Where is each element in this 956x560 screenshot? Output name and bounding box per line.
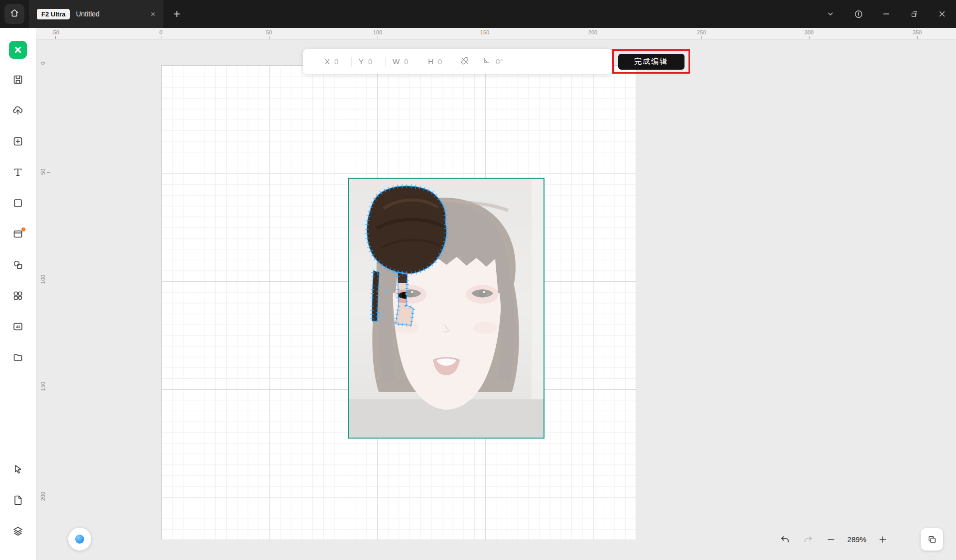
- ruler-label: 50: [40, 165, 46, 179]
- ruler-vertical: 0 50 100 150 200: [38, 40, 51, 560]
- xcs-logo[interactable]: [7, 39, 29, 61]
- zoom-out-button[interactable]: [820, 529, 841, 550]
- aspect-lock-button[interactable]: [455, 56, 475, 67]
- plus-icon: [878, 535, 888, 545]
- ruler-label: 250: [697, 29, 706, 35]
- ruler-label: 0: [40, 56, 46, 70]
- chevron-down-icon[interactable]: [817, 0, 844, 28]
- material-panel-button[interactable]: [7, 224, 29, 246]
- ruler-label: 50: [266, 29, 272, 35]
- minimize-button[interactable]: [872, 0, 900, 28]
- copy-icon: [927, 535, 937, 545]
- ruler-label: 0: [159, 29, 162, 35]
- y-label: Y: [359, 57, 364, 66]
- ruler-label: 350: [913, 29, 922, 35]
- ruler-label: 300: [805, 29, 814, 35]
- document-button[interactable]: [7, 490, 29, 512]
- open-file-button[interactable]: [7, 70, 29, 92]
- height-field[interactable]: H 0: [421, 57, 455, 66]
- close-window-button[interactable]: [928, 0, 956, 28]
- grid-apps-icon: [12, 290, 24, 304]
- ruler-label: 100: [373, 29, 382, 35]
- ruler-label: 100: [40, 272, 46, 286]
- notification-dot: [21, 227, 25, 231]
- ruler-horizontal: -50 0 50 100 150 200 250 300 350: [0, 28, 956, 40]
- height-value: 0: [438, 57, 448, 66]
- home-icon: [9, 8, 19, 20]
- document-icon: [12, 494, 24, 508]
- width-field[interactable]: W 0: [386, 57, 421, 66]
- portrait-image: [349, 179, 544, 438]
- tab-title: Untitled: [76, 10, 144, 18]
- layers-icon: [12, 525, 24, 539]
- cloud-upload-icon: [12, 105, 24, 118]
- text-tool-button[interactable]: [7, 162, 29, 184]
- shape-tool-button[interactable]: [7, 193, 29, 215]
- new-tab-button[interactable]: +: [173, 8, 180, 20]
- vector-shapes-button[interactable]: [7, 255, 29, 277]
- ruler-label: 200: [40, 489, 46, 503]
- angle-icon: [482, 56, 491, 67]
- home-button[interactable]: [4, 4, 24, 24]
- assistant-button[interactable]: [68, 528, 91, 551]
- transform-toolbar: X 0 Y 0 W 0 H 0 0°: [303, 49, 612, 74]
- x-label: X: [325, 57, 330, 66]
- zoom-level[interactable]: 289%: [843, 535, 870, 544]
- save-icon: [12, 74, 24, 88]
- y-position-field[interactable]: Y 0: [352, 57, 385, 66]
- square-shape-icon: [12, 197, 24, 211]
- zoom-in-button[interactable]: [872, 529, 893, 550]
- ruler-label: 150: [480, 29, 489, 35]
- ruler-label: 150: [40, 379, 46, 393]
- link-off-icon: [460, 56, 470, 67]
- duplicate-button[interactable]: [921, 528, 943, 551]
- rotation-value: 0°: [496, 57, 506, 66]
- selected-image[interactable]: [348, 178, 545, 439]
- minus-icon: [826, 535, 836, 545]
- tool-sidebar: AI: [0, 28, 36, 560]
- x-position-field[interactable]: X 0: [318, 57, 351, 66]
- document-tab[interactable]: F2 Ultra Untitled ×: [29, 0, 163, 28]
- ruler-label: 200: [588, 29, 597, 35]
- apps-button[interactable]: [7, 286, 29, 308]
- finish-editing-button[interactable]: 完成编辑: [618, 54, 684, 70]
- folder-icon: [12, 351, 24, 365]
- text-icon: [12, 166, 24, 180]
- layers-button[interactable]: [7, 521, 29, 543]
- overlapping-shapes-icon: [12, 259, 24, 273]
- redo-icon: [803, 534, 814, 545]
- smart-select-button[interactable]: [7, 459, 29, 481]
- xcs-logo-icon: [9, 41, 27, 59]
- titlebar: F2 Ultra Untitled × +: [0, 0, 956, 28]
- svg-text:AI: AI: [16, 325, 20, 329]
- insert-element-button[interactable]: [7, 131, 29, 153]
- undo-button[interactable]: [775, 529, 796, 550]
- undo-icon: [780, 534, 791, 545]
- ruler-label: -50: [51, 29, 59, 35]
- redo-button[interactable]: [798, 529, 819, 550]
- rotation-field[interactable]: 0°: [475, 56, 513, 67]
- zoom-controls: 289%: [775, 528, 893, 551]
- cursor-icon: [12, 463, 24, 477]
- project-files-button[interactable]: [7, 347, 29, 369]
- ai-tools-button[interactable]: AI: [7, 317, 29, 338]
- x-value: 0: [334, 57, 344, 66]
- close-tab-icon[interactable]: ×: [150, 10, 155, 18]
- ai-icon: AI: [12, 321, 24, 335]
- plus-square-icon: [12, 135, 24, 149]
- restore-window-button[interactable]: [900, 0, 928, 28]
- width-label: W: [393, 57, 400, 66]
- notification-icon[interactable]: [844, 0, 872, 28]
- y-value: 0: [368, 57, 378, 66]
- upload-button[interactable]: [7, 101, 29, 122]
- device-badge: F2 Ultra: [37, 9, 70, 19]
- width-value: 0: [404, 57, 414, 66]
- assistant-dot-icon: [75, 535, 84, 544]
- height-label: H: [428, 57, 433, 66]
